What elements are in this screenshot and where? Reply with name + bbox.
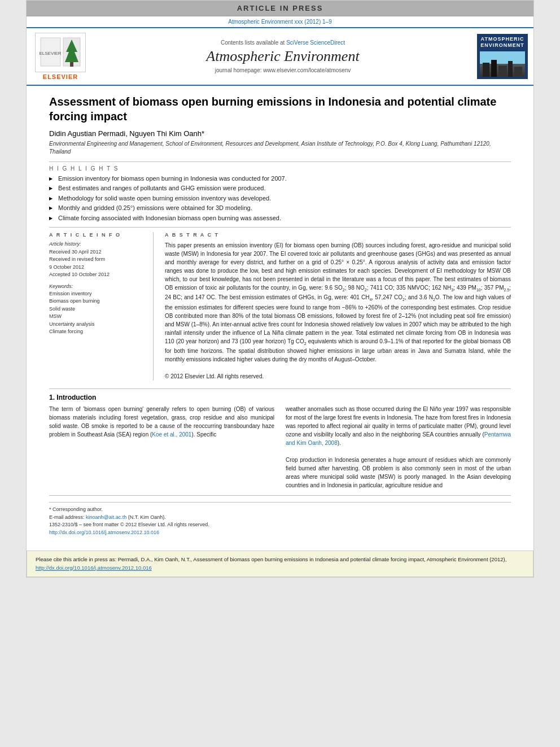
email-note: (N.T. Kim Oanh).: [128, 514, 166, 520]
article-authors: Didin Agustian Permadi, Nguyen Thi Kim O…: [49, 129, 511, 138]
sciverse-line: Contents lists available at SciVerse Sci…: [94, 40, 471, 46]
highlight-item-2: Best estimates and ranges of pollutants …: [49, 184, 511, 193]
abstract-label: A B S T R A C T: [165, 232, 511, 238]
journal-homepage: journal homepage: www.elsevier.com/locat…: [94, 67, 471, 73]
elsevier-logo-img: ELSEVIER: [35, 33, 86, 72]
highlights-list: Emission inventory for biomass open burn…: [49, 174, 511, 222]
journal-title: Atmospheric Environment: [94, 48, 471, 65]
journal-ref: Atmospheric Environment xxx (2012) 1–9: [228, 19, 331, 25]
keyword-3: Solid waste: [49, 305, 147, 313]
introduction-section: 1. Introduction The term of 'biomass ope…: [49, 388, 511, 490]
highlight-item-5: Climate forcing associated with Indonesi…: [49, 214, 511, 222]
corresponding-footnote: * Corresponding author.: [49, 506, 511, 514]
journal-center: Contents lists available at SciVerse Sci…: [94, 40, 471, 73]
article-title: Assessment of biomass open burning emiss…: [49, 94, 511, 124]
page-wrapper: ARTICLE IN PRESS Atmospheric Environment…: [26, 0, 534, 578]
journal-ref-line: Atmospheric Environment xxx (2012) 1–9: [27, 16, 533, 27]
keywords-list: Emission inventory Biomass open burning …: [49, 290, 147, 336]
email-label: E-mail address:: [49, 514, 85, 520]
keyword-2: Biomass open burning: [49, 298, 147, 305]
abstract-column: A B S T R A C T This paper presents an e…: [165, 232, 511, 381]
two-column-section: A R T I C L E I N F O Article history: R…: [49, 227, 511, 381]
intro-col-2: weather anomalies such as those occurred…: [286, 405, 511, 490]
issn-line: 1352-2310/$ – see front matter © 2012 El…: [49, 521, 511, 529]
article-history-label: Article history:: [49, 241, 147, 247]
keyword-1: Emission inventory: [49, 290, 147, 298]
highlight-item-3: Methodology for solid waste open burning…: [49, 194, 511, 203]
banner-text: ARTICLE IN PRESS: [237, 4, 323, 12]
keywords-label: Keywords:: [49, 283, 147, 289]
abstract-copyright: © 2012 Elsevier Ltd. All rights reserved…: [165, 373, 264, 379]
highlights-label: H I G H L I G H T S: [49, 161, 511, 172]
atm-env-city-image: [480, 51, 525, 77]
article-in-press-banner: ARTICLE IN PRESS: [27, 1, 533, 16]
article-affiliation: Environmental Engineering and Management…: [49, 140, 511, 156]
journal-logo-row: ELSEVIER ELSEVIER Contents lists availab…: [27, 27, 533, 86]
intro-heading: 1. Introduction: [49, 394, 511, 401]
article-info-column: A R T I C L E I N F O Article history: R…: [49, 232, 154, 381]
elsevier-text: ELSEVIER: [43, 73, 78, 80]
received-date: Received 30 April 2012: [49, 248, 147, 256]
accepted-date: Accepted 10 October 2012: [49, 271, 147, 279]
pentamwa-link[interactable]: Pentamwa and Kim Oanh, 2008: [286, 431, 511, 446]
atm-env-logo-title: ATMOSPHERIC ENVIRONMENT: [479, 36, 526, 49]
article-history-dates: Received 30 April 2012 Received in revis…: [49, 248, 147, 279]
elsevier-logo: ELSEVIER ELSEVIER: [32, 33, 89, 80]
footnote-divider: [49, 502, 511, 503]
atm-env-logo: ATMOSPHERIC ENVIRONMENT: [477, 34, 528, 79]
svg-rect-5: [70, 62, 73, 67]
keyword-4: MSW: [49, 313, 147, 321]
footnote-area: * Corresponding author. E-mail address: …: [49, 495, 511, 536]
doi-line: http://dx.doi.org/10.1016/j.atmosenv.201…: [49, 529, 511, 537]
sciverse-link[interactable]: SciVerse ScienceDirect: [286, 40, 345, 46]
citation-box: Please cite this article in press as: Pe…: [27, 551, 533, 577]
received-revised: Received in revised form9 October 2012: [49, 256, 147, 271]
citation-doi-link[interactable]: http://dx.doi.org/10.1016/j.atmosenv.201…: [36, 565, 152, 571]
koe-link[interactable]: Koe et al., 2001: [152, 431, 191, 438]
doi-link[interactable]: http://dx.doi.org/10.1016/j.atmosenv.201…: [49, 530, 159, 535]
authors-text: Didin Agustian Permadi, Nguyen Thi Kim O…: [49, 129, 204, 138]
intro-two-col: The term of 'biomass open burning' gener…: [49, 405, 511, 490]
keyword-5: Uncertainty analysis: [49, 321, 147, 329]
keyword-6: Climate forcing: [49, 328, 147, 336]
intro-col-1: The term of 'biomass open burning' gener…: [49, 405, 274, 490]
article-content: Assessment of biomass open burning emiss…: [27, 86, 533, 545]
svg-text:ELSEVIER: ELSEVIER: [39, 51, 61, 56]
highlight-item-4: Monthly and gridded (0.25°) emissions we…: [49, 204, 511, 212]
email-footnote: E-mail address: kinoanh@ait.ac.th (N.T. …: [49, 514, 511, 522]
highlight-item-1: Emission inventory for biomass open burn…: [49, 174, 511, 183]
citation-text: Please cite this article in press as: Pe…: [36, 556, 506, 570]
email-link[interactable]: kinoanh@ait.ac.th: [86, 514, 126, 520]
article-info-label: A R T I C L E I N F O: [49, 232, 147, 238]
abstract-text: This paper presents an emission inventor…: [165, 241, 511, 381]
